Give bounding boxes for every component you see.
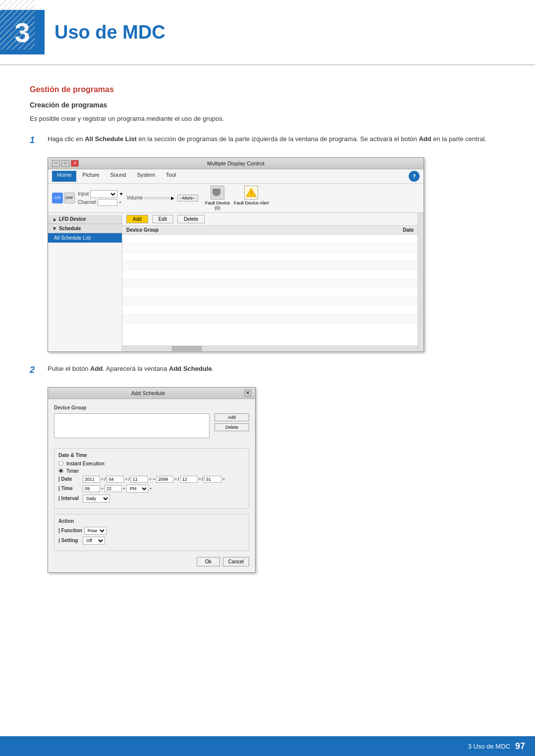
schedule-group[interactable]: ▼ Schedule xyxy=(48,224,122,233)
mdc-vscrollbar[interactable] xyxy=(418,213,424,352)
fault-icons-group: Fault Device (0) ! Fault Device Alert xyxy=(205,186,269,210)
setting-label: | Setting xyxy=(58,538,81,543)
step-2-text: Pulse el botón Add. Aparecerá la ventana… xyxy=(48,364,505,374)
intro-text: Es posible crear y registrar un programa… xyxy=(30,114,505,124)
input-label: Input xyxy=(78,191,89,197)
date-year-end[interactable] xyxy=(156,476,173,483)
menu-picture[interactable]: Picture xyxy=(77,171,104,182)
mdc-sidebar: ▲ LFD Device ▼ Schedule All Schedule Lis… xyxy=(48,213,122,352)
device-group-header: Device Group xyxy=(126,227,374,233)
cancel-button[interactable]: Cancel xyxy=(223,557,249,566)
table-row[interactable] xyxy=(122,297,418,306)
step-1-text: Haga clic en All Schedule List en la sec… xyxy=(48,134,505,145)
input-select[interactable] xyxy=(90,190,117,198)
volume-label: Volume xyxy=(126,195,143,201)
time-label: | Time xyxy=(58,486,81,491)
table-row[interactable] xyxy=(122,261,418,270)
mdc-hscrollbar[interactable] xyxy=(122,346,418,352)
mdc-minimize-btn[interactable]: ─ xyxy=(52,160,60,167)
footer-text: 3 Uso de MDC xyxy=(468,743,510,750)
more-button[interactable]: --More-- xyxy=(177,195,199,202)
mdc-table-header: Device Group Date xyxy=(122,226,418,235)
volume-display xyxy=(145,197,169,199)
mdc-table-rows xyxy=(122,235,418,346)
help-button[interactable]: ? xyxy=(409,171,420,182)
table-row[interactable] xyxy=(122,244,418,252)
mdc-edit-btn[interactable]: Edit xyxy=(152,215,173,223)
table-row[interactable] xyxy=(122,306,418,315)
svg-text:!: ! xyxy=(251,191,252,196)
input-channel-group: Input ▼ Channel ÷ xyxy=(78,190,123,206)
add-schedule-close-btn[interactable]: ✕ xyxy=(244,390,251,397)
page-footer: 3 Uso de MDC 97 xyxy=(0,736,535,756)
menu-sound[interactable]: Sound xyxy=(106,171,131,182)
scrollbar-thumb[interactable] xyxy=(172,346,202,351)
date-year-start[interactable] xyxy=(83,476,100,483)
volume-group: Volume ▶ xyxy=(126,195,174,201)
instant-execution-radio[interactable] xyxy=(58,461,63,466)
time-inputs: ÷ ÷ PM AM ÷ xyxy=(83,485,152,493)
power-on-btn[interactable]: ON xyxy=(52,193,63,203)
date-month-end[interactable] xyxy=(180,476,198,483)
device-group-area-row: Add Delete xyxy=(54,413,249,443)
device-group-section-label: Device Group xyxy=(54,405,249,410)
mdc-body: ▲ LFD Device ▼ Schedule All Schedule Lis… xyxy=(48,213,424,352)
time-minute[interactable] xyxy=(105,485,122,492)
menu-system[interactable]: System xyxy=(132,171,160,182)
date-day-start[interactable] xyxy=(131,476,148,483)
power-off-btn[interactable]: OFF xyxy=(64,193,75,203)
time-ampm[interactable]: PM AM xyxy=(126,485,149,493)
table-row[interactable] xyxy=(122,279,418,288)
time-hour[interactable] xyxy=(83,485,100,492)
setting-field-row: | Setting Off On xyxy=(58,537,245,545)
date-field-row: | Date ÷ / ÷ / ÷ ~ ÷ / xyxy=(58,476,245,483)
fault-device-image xyxy=(211,186,224,200)
interval-field-row: | Interval Daily Weekly Monthly xyxy=(58,495,245,503)
fault-device-label: Fault Device xyxy=(205,201,230,205)
table-row[interactable] xyxy=(122,252,418,261)
footer-page-number: 97 xyxy=(515,741,525,752)
mdc-delete-btn[interactable]: Delete xyxy=(177,215,205,223)
table-row[interactable] xyxy=(122,235,418,244)
lfd-device-group[interactable]: ▲ LFD Device xyxy=(48,215,122,224)
chapter-title: Uso de MDC xyxy=(54,22,165,43)
mdc-close-btn[interactable]: ✕ xyxy=(71,160,79,167)
mdc-maximize-btn[interactable]: □ xyxy=(61,160,69,167)
menu-tool[interactable]: Tool xyxy=(161,171,181,182)
channel-input[interactable] xyxy=(98,199,117,206)
instant-execution-row: Instant Execution xyxy=(58,461,245,466)
lfd-triangle: ▲ xyxy=(52,216,57,222)
step-1: 1 Haga clic en All Schedule List en la s… xyxy=(30,134,505,146)
ok-button[interactable]: Ok xyxy=(197,557,220,566)
interval-select[interactable]: Daily Weekly Monthly xyxy=(83,495,110,503)
date-month-start[interactable] xyxy=(107,476,124,483)
as-delete-btn[interactable]: Delete xyxy=(214,423,249,431)
timer-radio[interactable] xyxy=(58,468,63,473)
schedule-label: Schedule xyxy=(59,226,81,231)
svg-rect-3 xyxy=(214,195,218,196)
section-title: Gestión de programas xyxy=(30,85,505,94)
input-row: Input ▼ xyxy=(78,190,123,198)
mdc-left-controls: ─ □ ✕ xyxy=(52,160,79,167)
device-group-list[interactable] xyxy=(54,413,210,438)
decoration-hatch xyxy=(0,0,35,50)
mdc-main-panel: Add Edit Delete Device Group Date xyxy=(122,213,418,352)
setting-select[interactable]: Off On xyxy=(83,537,105,545)
function-select[interactable]: Power Volume xyxy=(84,527,107,535)
mdc-add-btn[interactable]: Add xyxy=(126,215,148,223)
function-field-row: | Function Power Volume xyxy=(58,527,245,535)
svg-rect-1 xyxy=(0,0,35,50)
function-label: | Function xyxy=(58,528,82,533)
fault-device-alert-label: Fault Device Alert xyxy=(234,201,269,205)
table-row[interactable] xyxy=(122,288,418,297)
fault-device-alert-icon: ! Fault Device Alert xyxy=(234,186,269,210)
as-add-btn[interactable]: Add xyxy=(214,413,249,421)
table-row[interactable] xyxy=(122,315,418,324)
main-content: Gestión de programas Creación de program… xyxy=(0,85,535,573)
menu-home[interactable]: Home xyxy=(52,171,76,182)
table-row[interactable] xyxy=(122,270,418,279)
date-day-end[interactable] xyxy=(204,476,221,483)
mdc-menubar: Home Picture Sound System Tool ? xyxy=(48,169,424,184)
datetime-section: Date & Time Instant Execution Timer | Da… xyxy=(54,448,249,509)
all-schedule-list-item[interactable]: All Schedule List xyxy=(48,233,122,243)
